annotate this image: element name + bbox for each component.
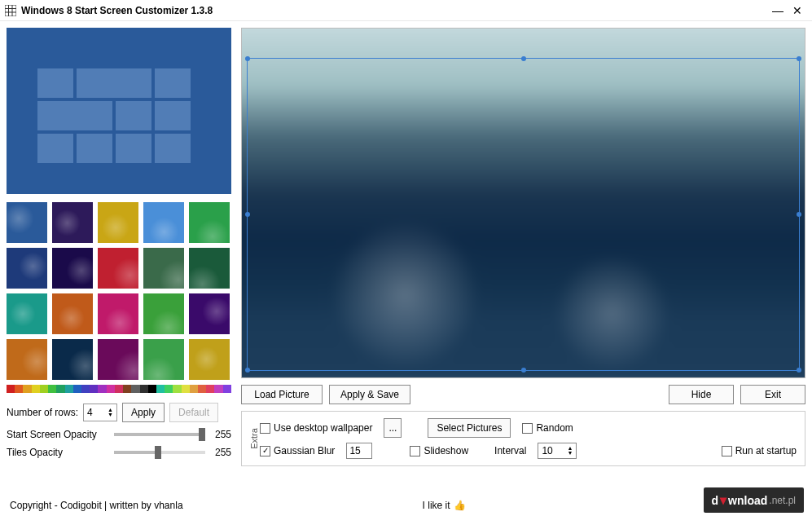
svg-rect-0 bbox=[5, 5, 16, 16]
screen-opacity-label: Start Screen Opacity bbox=[7, 429, 104, 440]
color-swatch-9[interactable] bbox=[81, 385, 90, 393]
like-button[interactable]: I like it 👍 bbox=[423, 500, 466, 511]
start-screen-preview bbox=[7, 28, 231, 194]
theme-thumb-12[interactable] bbox=[98, 293, 138, 334]
default-button: Default bbox=[169, 403, 218, 422]
minimize-button[interactable]: — bbox=[768, 3, 788, 18]
color-swatch-15[interactable] bbox=[131, 385, 139, 393]
extra-group: Extra Use desktop wallpaper ... Select P… bbox=[241, 411, 805, 466]
color-swatch-6[interactable] bbox=[56, 385, 64, 393]
theme-thumb-9[interactable] bbox=[189, 248, 230, 289]
color-swatch-24[interactable] bbox=[206, 385, 214, 393]
theme-thumb-4[interactable] bbox=[189, 202, 230, 243]
theme-thumb-3[interactable] bbox=[143, 202, 184, 243]
theme-thumb-8[interactable] bbox=[143, 248, 184, 289]
gaussian-value-input[interactable] bbox=[346, 443, 372, 459]
theme-thumb-0[interactable] bbox=[7, 202, 47, 243]
desktop-wallpaper-checkbox[interactable]: Use desktop wallpaper bbox=[260, 422, 372, 434]
hide-button[interactable]: Hide bbox=[669, 385, 734, 404]
color-swatch-7[interactable] bbox=[65, 385, 73, 393]
color-swatch-5[interactable] bbox=[48, 385, 56, 393]
color-swatch-25[interactable] bbox=[214, 385, 222, 393]
theme-thumb-6[interactable] bbox=[52, 248, 93, 289]
tiles-opacity-value: 255 bbox=[215, 447, 231, 458]
slideshow-checkbox[interactable]: Slideshow bbox=[410, 445, 468, 456]
window-title: Windows 8 Start Screen Customizer 1.3.8 bbox=[21, 5, 768, 16]
color-swatch-18[interactable] bbox=[156, 385, 165, 393]
tiles-opacity-slider[interactable] bbox=[114, 451, 205, 454]
theme-thumb-10[interactable] bbox=[7, 293, 47, 334]
color-swatch-11[interactable] bbox=[98, 385, 106, 393]
color-swatch-10[interactable] bbox=[90, 385, 98, 393]
close-button[interactable]: ✕ bbox=[788, 3, 807, 18]
interval-input[interactable]: 10 ▲▼ bbox=[538, 443, 577, 459]
exit-button[interactable]: Exit bbox=[740, 385, 805, 404]
theme-thumb-2[interactable] bbox=[98, 202, 138, 243]
color-swatch-2[interactable] bbox=[23, 385, 31, 393]
theme-thumb-17[interactable] bbox=[98, 339, 138, 380]
color-swatch-16[interactable] bbox=[140, 385, 148, 393]
download-badge[interactable]: d▾wnload.net.pl bbox=[704, 487, 805, 513]
random-checkbox[interactable]: Random bbox=[522, 422, 573, 434]
apply-rows-button[interactable]: Apply bbox=[122, 403, 165, 422]
interval-label: Interval bbox=[494, 445, 526, 456]
thumbs-up-icon: 👍 bbox=[454, 500, 466, 511]
rows-label: Number of rows: bbox=[7, 407, 78, 418]
color-swatch-13[interactable] bbox=[115, 385, 123, 393]
color-swatch-1[interactable] bbox=[15, 385, 23, 393]
picture-preview[interactable] bbox=[241, 28, 805, 378]
apply-save-button[interactable]: Apply & Save bbox=[329, 385, 410, 404]
color-swatch-26[interactable] bbox=[223, 385, 231, 393]
color-swatch-19[interactable] bbox=[165, 385, 173, 393]
theme-thumb-5[interactable] bbox=[7, 248, 47, 289]
color-swatch-20[interactable] bbox=[173, 385, 181, 393]
color-swatch-17[interactable] bbox=[148, 385, 156, 393]
color-swatch-8[interactable] bbox=[73, 385, 81, 393]
tiles-opacity-label: Tiles Opacity bbox=[7, 447, 104, 458]
color-swatch-21[interactable] bbox=[182, 385, 190, 393]
color-swatch-12[interactable] bbox=[107, 385, 115, 393]
theme-thumb-11[interactable] bbox=[52, 293, 93, 334]
gaussian-blur-checkbox[interactable]: ✓Gaussian Blur bbox=[260, 445, 335, 456]
run-at-startup-checkbox[interactable]: Run at startup bbox=[722, 445, 797, 456]
color-swatch-22[interactable] bbox=[190, 385, 198, 393]
color-swatch-4[interactable] bbox=[40, 385, 48, 393]
theme-thumb-18[interactable] bbox=[143, 339, 184, 380]
theme-thumb-1[interactable] bbox=[52, 202, 93, 243]
theme-thumb-7[interactable] bbox=[98, 248, 138, 289]
app-icon bbox=[5, 5, 16, 16]
select-pictures-button[interactable]: Select Pictures bbox=[428, 418, 511, 438]
rows-input[interactable]: 4 ▲▼ bbox=[83, 404, 117, 421]
color-swatch-3[interactable] bbox=[32, 385, 40, 393]
color-swatch-23[interactable] bbox=[198, 385, 206, 393]
browse-button[interactable]: ... bbox=[384, 418, 402, 438]
crop-rectangle[interactable] bbox=[247, 58, 800, 371]
color-swatch-14[interactable] bbox=[123, 385, 131, 393]
color-swatch-0[interactable] bbox=[7, 385, 15, 393]
theme-thumb-13[interactable] bbox=[143, 293, 184, 334]
copyright-text: Copyright - Codigobit | written by vhanl… bbox=[10, 500, 183, 511]
theme-thumb-19[interactable] bbox=[189, 339, 230, 380]
theme-thumb-15[interactable] bbox=[7, 339, 47, 380]
screen-opacity-value: 255 bbox=[215, 429, 231, 440]
screen-opacity-slider[interactable] bbox=[114, 433, 205, 436]
download-arrow-icon: ▾ bbox=[720, 492, 726, 508]
theme-thumb-16[interactable] bbox=[52, 339, 93, 380]
theme-thumb-14[interactable] bbox=[189, 293, 230, 334]
extra-group-label: Extra bbox=[249, 428, 259, 449]
load-picture-button[interactable]: Load Picture bbox=[241, 385, 323, 404]
